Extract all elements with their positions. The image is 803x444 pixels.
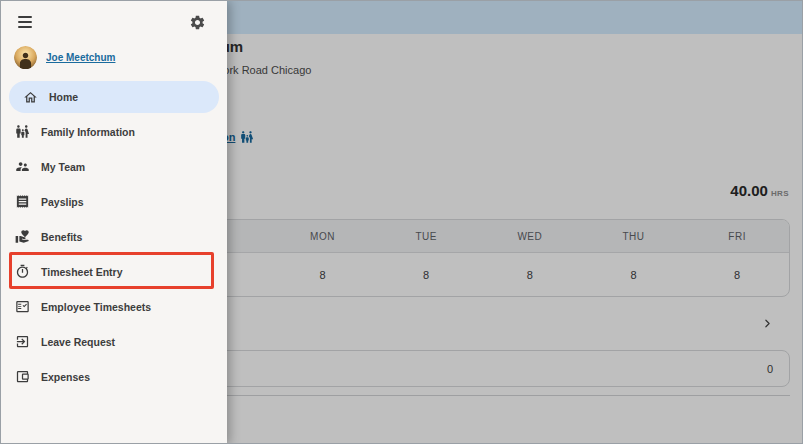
home-icon (23, 90, 38, 105)
sidebar-item-payslips[interactable]: Payslips (1, 184, 227, 219)
menu-icon[interactable] (18, 16, 32, 28)
sidebar-item-expenses[interactable]: Expenses (1, 359, 227, 394)
sidebar-item-label: Payslips (41, 196, 84, 208)
sidebar-item-label: Leave Request (41, 336, 115, 348)
sidebar-item-home[interactable]: Home (9, 81, 219, 113)
benefits-icon (15, 229, 30, 244)
sidebar-item-employee-timesheets[interactable]: Employee Timesheets (1, 289, 227, 324)
sidebar-item-label: Expenses (41, 371, 90, 383)
sidebar-item-leave-request[interactable]: Leave Request (1, 324, 227, 359)
timer-icon (15, 264, 30, 279)
team-icon (15, 159, 30, 174)
sidebar-item-timesheet-entry[interactable]: Timesheet Entry (1, 254, 227, 289)
family-icon (15, 124, 30, 139)
sidebar-item-label: Employee Timesheets (41, 301, 151, 313)
app-window: Joe Meetchum York Road Chicago Family In… (0, 0, 803, 444)
sidebar-item-label: Family Information (41, 126, 135, 138)
sidebar-item-label: My Team (41, 161, 85, 173)
avatar (14, 46, 37, 69)
sidebar-item-label: Benefits (41, 231, 82, 243)
exit-icon (15, 334, 30, 349)
sidebar-item-benefits[interactable]: Benefits (1, 219, 227, 254)
sidebar-nav: Family Information My Team Payslips Bene… (1, 114, 227, 394)
sidebar-item-my-team[interactable]: My Team (1, 149, 227, 184)
sidebar-item-label: Home (49, 91, 78, 103)
fact-check-icon (15, 299, 30, 314)
navigation-drawer: Joe Meetchum Home Family Information My … (1, 1, 227, 444)
sidebar-item-family-information[interactable]: Family Information (1, 114, 227, 149)
payslips-icon (15, 194, 30, 209)
wallet-icon (15, 369, 30, 384)
profile-row: Joe Meetchum (14, 46, 115, 69)
sidebar-item-label: Timesheet Entry (41, 266, 123, 278)
user-name-link[interactable]: Joe Meetchum (46, 52, 115, 63)
settings-gear-icon[interactable] (189, 14, 206, 31)
